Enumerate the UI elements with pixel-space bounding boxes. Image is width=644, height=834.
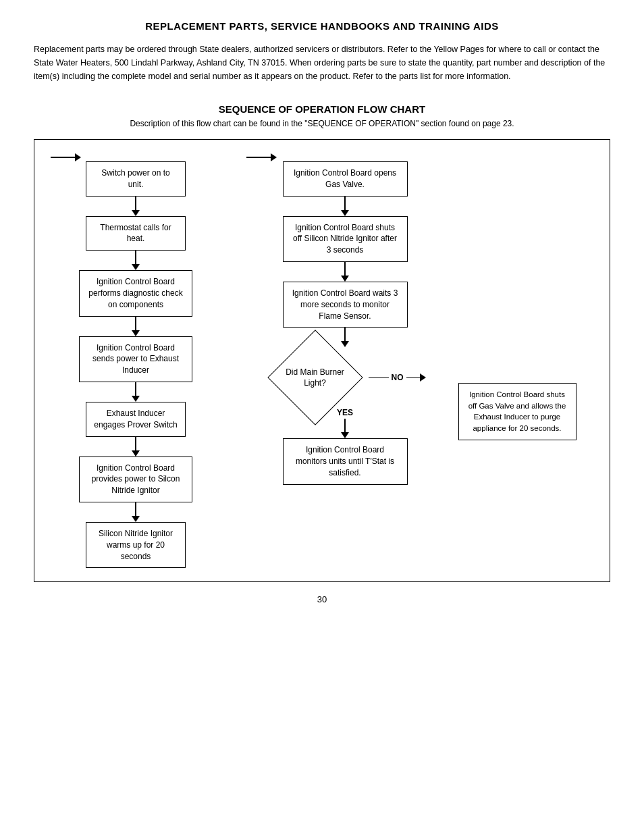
arrow-5: [132, 437, 140, 457]
right-entry-line: [246, 157, 271, 158]
no-arrow-row: NO: [369, 373, 426, 382]
left-box-2: Thermostat calls for heat.: [86, 216, 186, 251]
arrow-3: [132, 317, 140, 336]
arrow-6: [132, 502, 140, 522]
yes-section: YES: [337, 408, 353, 438]
section-title: SEQUENCE OF OPERATION FLOW CHART: [34, 103, 610, 115]
right-arrow-3: [341, 328, 349, 347]
right-column: Ignition Control Board opens Gas Valve. …: [237, 153, 453, 485]
section-subtitle: Description of this flow chart can be fo…: [34, 119, 610, 128]
right-box-1: Ignition Control Board opens Gas Valve.: [283, 161, 408, 197]
right-box-2: Ignition Control Board shuts off Silicon…: [283, 216, 408, 262]
left-box-5: Exhaust Inducer engages Prover Switch: [86, 402, 186, 437]
no-line2: [406, 377, 420, 379]
arrow-1: [132, 197, 140, 216]
no-line: [369, 377, 389, 379]
diamond-shape: Did Main Burner Light?: [265, 347, 366, 408]
right-entry-arrowhead: [271, 153, 277, 161]
far-right-column: Ignition Control Board shuts off Gas Val…: [453, 383, 581, 440]
no-arrowhead: [420, 373, 426, 382]
left-box-6: Ignition Control Board provides power to…: [79, 457, 192, 502]
diamond-row: Did Main Burner Light? NO: [265, 347, 426, 408]
arrow-4: [132, 382, 140, 402]
left-box-1: Switch power on to unit.: [86, 161, 186, 197]
yes-arrow: [341, 419, 349, 438]
arrow-2: [132, 251, 140, 270]
left-column: Switch power on to unit. Thermostat call…: [41, 153, 230, 568]
flowchart: Switch power on to unit. Thermostat call…: [34, 139, 610, 582]
page-number: 30: [34, 594, 610, 604]
left-box-4: Ignition Control Board sends power to Ex…: [79, 336, 192, 382]
far-right-box-1: Ignition Control Board shuts off Gas Val…: [458, 383, 576, 440]
right-box-4: Ignition Control Board monitors units un…: [283, 438, 408, 484]
entry-arrowhead: [75, 153, 81, 161]
left-box-3: Ignition Control Board performs diagnost…: [79, 270, 192, 316]
right-box-3: Ignition Control Board waits 3 more seco…: [283, 282, 408, 328]
page-title: REPLACEMENT PARTS, SERVICE HANDBOOKS AND…: [34, 20, 610, 32]
entry-line: [51, 157, 75, 158]
left-box-7: Silicon Nitride Ignitor warms up for 20 …: [86, 522, 186, 568]
right-arrow-1: [341, 197, 349, 216]
right-arrow-2: [341, 262, 349, 282]
intro-text: Replacement parts may be ordered through…: [34, 43, 610, 83]
